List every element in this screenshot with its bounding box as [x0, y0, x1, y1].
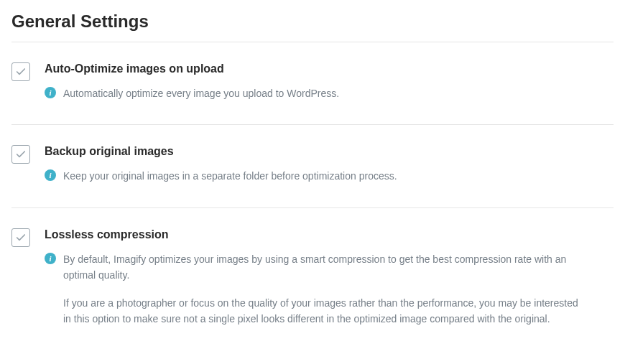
info-icon: i [45, 253, 56, 264]
checkbox-auto-optimize[interactable] [11, 62, 30, 81]
info-icon: i [45, 87, 56, 98]
setting-description: By default, Imagify optimizes your image… [63, 251, 580, 327]
setting-auto-optimize: Auto-Optimize images on upload i Automat… [11, 62, 614, 125]
setting-description: Keep your original images in a separate … [63, 168, 397, 184]
setting-label: Auto-Optimize images on upload [45, 62, 614, 75]
info-icon: i [45, 169, 56, 181]
checkmark-icon [15, 149, 27, 160]
checkbox-backup-original[interactable] [11, 145, 30, 164]
checkmark-icon [15, 66, 27, 78]
setting-backup-original: Backup original images i Keep your origi… [11, 145, 614, 207]
checkmark-icon [15, 232, 27, 243]
setting-label: Backup original images [45, 145, 614, 158]
setting-label: Lossless compression [45, 228, 614, 241]
setting-lossless-compression: Lossless compression i By default, Imagi… [11, 228, 614, 327]
setting-description: Automatically optimize every image you u… [63, 85, 339, 101]
checkbox-lossless-compression[interactable] [11, 228, 30, 247]
page-title: General Settings [11, 11, 614, 42]
